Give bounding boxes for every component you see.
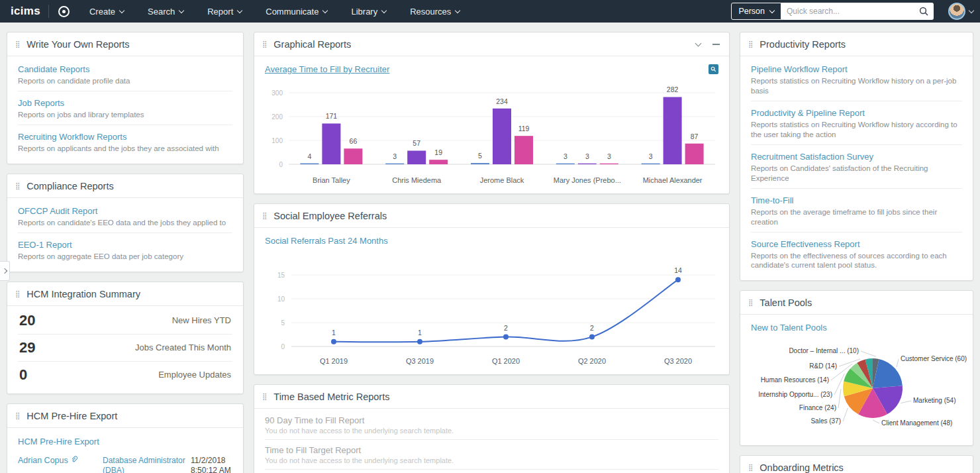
icims-logo[interactable]: icims	[11, 5, 40, 18]
report-link[interactable]: OFCCP Audit Report	[18, 206, 97, 216]
nav-menu-label: Communicate	[266, 7, 318, 17]
summary-row: 0 Employee Updates	[18, 362, 232, 388]
chevron-down-icon	[119, 7, 124, 13]
svg-text:300: 300	[271, 89, 283, 97]
chart-report-link[interactable]: New to Talent Pools	[751, 323, 827, 333]
candidate-link[interactable]: Adrian Copus	[18, 456, 97, 473]
nav-menu-label: Resources	[410, 7, 451, 17]
preview-report-icon[interactable]	[709, 64, 718, 74]
svg-text:Customer Service (60): Customer Service (60)	[901, 355, 967, 362]
search-input[interactable]	[781, 7, 919, 16]
report-desc: Reports on candidate's EEO data and the …	[18, 218, 232, 228]
report-desc: Reports on Candidates' satisfaction of t…	[751, 164, 962, 184]
report-link[interactable]: Productivity & Pipeline Report	[751, 108, 865, 118]
svg-text:3: 3	[564, 152, 567, 160]
nav-menu-create[interactable]: Create	[89, 7, 124, 17]
svg-text:3: 3	[585, 152, 589, 160]
nav-menu-communicate[interactable]: Communicate	[266, 7, 327, 17]
drag-handle-icon[interactable]: ⣿	[15, 183, 20, 189]
line-chart: 0510151Q1 20191Q3 20192Q1 20202Q2 202014…	[265, 250, 718, 369]
report-link[interactable]: Pipeline Workflow Report	[751, 64, 848, 74]
panel-social-employee-referrals: ⣿Social Employee Referrals Social Referr…	[254, 203, 730, 375]
panel-title: Graphical Reports	[273, 39, 351, 50]
chevron-down-icon	[179, 7, 184, 13]
nav-menu-resources[interactable]: Resources	[410, 7, 460, 17]
nav-menu-report[interactable]: Report	[207, 7, 242, 17]
svg-text:14: 14	[674, 266, 682, 274]
report-link-disabled: Time to Fill Target Report	[265, 445, 718, 455]
no-access-message: You do not have access to the underlying…	[265, 427, 718, 435]
paperclip-icon	[70, 456, 77, 463]
nav-menus: Create Search Report Communicate Library…	[89, 7, 460, 17]
report-link[interactable]: EEO-1 Report	[18, 240, 72, 250]
drag-handle-icon[interactable]: ⣿	[15, 41, 20, 48]
svg-text:Q3 2019: Q3 2019	[406, 357, 434, 365]
candidate-name: Adrian Copus	[18, 456, 68, 465]
panel-hcm-prehire-export: ⣿HCM Pre-Hire Export HCM Pre-Hire Export…	[7, 403, 244, 473]
drag-handle-icon[interactable]: ⣿	[262, 213, 267, 219]
drag-handle-icon[interactable]: ⣿	[15, 291, 20, 297]
collapse-chevron-icon[interactable]	[695, 40, 702, 47]
drag-handle-icon[interactable]: ⣿	[15, 413, 20, 419]
panel-compliance-reports: ⣿Compliance Reports OFCCP Audit Report R…	[7, 174, 244, 272]
svg-text:10: 10	[277, 295, 285, 303]
svg-text:2: 2	[590, 324, 594, 332]
svg-text:Chris Miedema: Chris Miedema	[392, 176, 442, 184]
nav-menu-library[interactable]: Library	[351, 7, 386, 17]
report-list-item-disabled: 90 Day Time to Hire Report You do not ha…	[265, 470, 718, 473]
svg-text:5: 5	[478, 152, 482, 160]
avatar[interactable]	[948, 3, 965, 20]
panel-onboarding-metrics: ⣿Onboarding Metrics New Hires by Categor…	[740, 455, 973, 473]
nav-menu-label: Report	[207, 7, 233, 17]
svg-text:1: 1	[418, 329, 422, 337]
expand-sidebar-button[interactable]	[0, 261, 10, 281]
search-scope-dropdown[interactable]: Person	[731, 3, 781, 20]
nav-menu-search[interactable]: Search	[148, 7, 183, 17]
report-link[interactable]: Job Reports	[18, 98, 64, 108]
report-link[interactable]: Candidate Reports	[18, 64, 89, 74]
svg-text:3: 3	[649, 152, 653, 160]
report-link[interactable]: Recruiting Workflow Reports	[18, 132, 126, 142]
chevron-down-icon	[322, 7, 328, 13]
report-link[interactable]: Recruitment Satisfaction Survey	[751, 152, 873, 162]
svg-text:Marketing (54): Marketing (54)	[913, 397, 956, 404]
search-icon[interactable]	[919, 7, 928, 16]
panel-title: Productivity Reports	[760, 39, 846, 50]
report-list-item: Candidate Reports Reports on candidate p…	[18, 58, 232, 91]
svg-text:87: 87	[691, 132, 699, 140]
svg-text:19: 19	[434, 148, 442, 156]
panel-title: HCM Pre-Hire Export	[26, 411, 117, 421]
chart-report-link[interactable]: Social Referrals Past 24 Months	[265, 236, 388, 246]
report-link[interactable]: Time-to-Fill	[751, 195, 794, 205]
svg-text:Doctor – Internal ... (10): Doctor – Internal ... (10)	[789, 347, 859, 354]
svg-text:Sales (37): Sales (37)	[810, 417, 841, 425]
avatar-chevron-icon[interactable]	[969, 7, 974, 13]
prehire-export-link[interactable]: HCM Pre-Hire Export	[18, 437, 99, 447]
minimize-icon[interactable]	[712, 44, 720, 45]
svg-text:5: 5	[281, 319, 285, 327]
top-nav: icims Create Search Report Communicate L…	[0, 0, 980, 23]
report-list-item: Pipeline Workflow Report Reports statist…	[751, 58, 962, 101]
svg-text:4: 4	[307, 152, 311, 160]
svg-text:Q3 2020: Q3 2020	[664, 357, 692, 365]
report-list-item-disabled: Time to Fill Target Report You do not ha…	[265, 440, 718, 470]
svg-text:Jerome Black: Jerome Black	[480, 176, 524, 184]
report-link[interactable]: Source Effectiveness Report	[751, 239, 860, 249]
chart-report-link[interactable]: Average Time to Fill by Recruiter	[265, 64, 389, 74]
drag-handle-icon[interactable]: ⣿	[748, 299, 753, 306]
drag-handle-icon[interactable]: ⣿	[748, 41, 753, 48]
report-list-item: EEO-1 Report Reports on aggregate EEO da…	[18, 233, 232, 266]
svg-text:3: 3	[607, 152, 611, 160]
quick-search-box	[781, 3, 934, 20]
job-title-link[interactable]: Database Administrator (DBA)	[103, 456, 185, 473]
search-scope-label: Person	[738, 7, 765, 16]
drag-handle-icon[interactable]: ⣿	[262, 41, 267, 48]
chevron-right-icon	[2, 268, 7, 274]
drag-handle-icon[interactable]: ⣿	[748, 464, 753, 471]
drag-handle-icon[interactable]: ⣿	[262, 394, 267, 400]
pie-chart: Doctor – Internal ... (10)Customer Servi…	[751, 337, 962, 440]
summary-row: 29 Jobs Created This Month	[18, 335, 232, 362]
icims-circle-icon[interactable]	[58, 6, 70, 17]
summary-label: Employee Updates	[158, 370, 231, 380]
panel-title: Compliance Reports	[26, 181, 113, 191]
